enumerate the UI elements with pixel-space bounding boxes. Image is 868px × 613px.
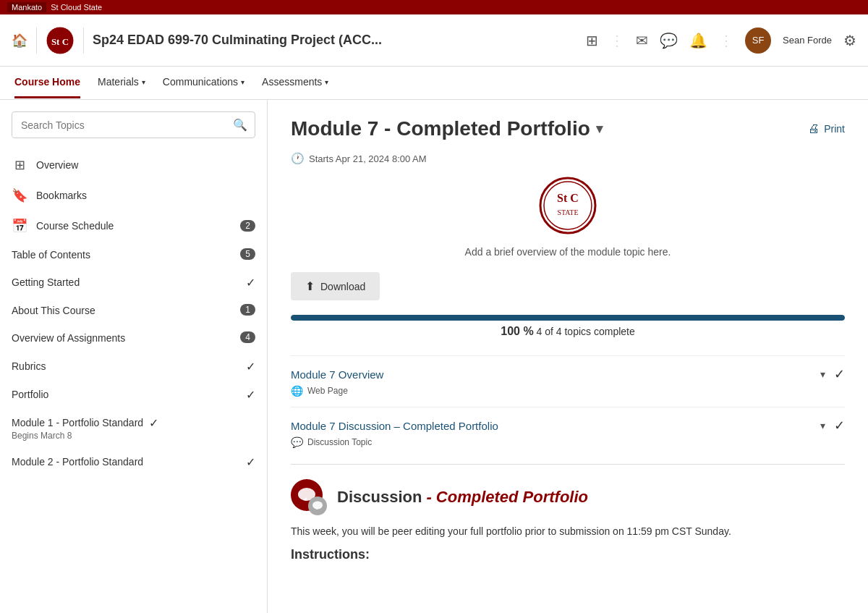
main-header: Module 7 - Completed Portfolio ▾ 🖨 Print bbox=[291, 117, 845, 140]
clock-icon: 🕐 bbox=[291, 152, 305, 165]
banner-school: St Cloud State bbox=[51, 3, 102, 12]
header-dots-1: ⋮ bbox=[610, 32, 624, 49]
topic-title-0[interactable]: Module 7 Overview bbox=[291, 368, 383, 381]
print-icon: 🖨 bbox=[808, 122, 820, 135]
sidebar-label-overview: Overview bbox=[36, 159, 255, 171]
module-desc: Add a brief overview of the module topic… bbox=[291, 246, 845, 258]
title-chevron-icon[interactable]: ▾ bbox=[596, 121, 603, 137]
download-button[interactable]: ⬆ Download bbox=[291, 272, 380, 300]
nav-materials[interactable]: Materials ▾ bbox=[98, 67, 145, 98]
logo-area: St C STATE bbox=[291, 177, 845, 234]
avatar: SF bbox=[745, 28, 771, 54]
svg-text:STATE: STATE bbox=[557, 208, 578, 216]
svg-point-3 bbox=[544, 182, 592, 229]
overview-icon: ⊞ bbox=[12, 157, 27, 173]
topic-title-1[interactable]: Module 7 Discussion – Completed Portfoli… bbox=[291, 420, 498, 432]
search-box[interactable]: 🔍 bbox=[12, 111, 255, 138]
sidebar-item-about-course[interactable]: About This Course 1 bbox=[0, 297, 267, 324]
sidebar-label-toc: Table of Contents bbox=[12, 248, 234, 261]
about-course-badge: 1 bbox=[240, 304, 255, 316]
main-content: Module 7 - Completed Portfolio ▾ 🖨 Print… bbox=[268, 100, 868, 613]
bookmark-icon: 🔖 bbox=[12, 187, 27, 203]
topic-type-label-0: Web Page bbox=[307, 386, 348, 396]
toc-badge: 5 bbox=[240, 248, 255, 260]
start-date: 🕐 Starts Apr 21, 2024 8:00 AM bbox=[291, 152, 845, 165]
topic-check-0: ✓ bbox=[834, 366, 845, 382]
grid-icon[interactable]: ⊞ bbox=[586, 32, 598, 49]
header-title: Sp24 EDAD 699-70 Culminating Project (AC… bbox=[93, 33, 577, 48]
sidebar-item-module1[interactable]: Module 1 - Portfolio Standard Begins Mar… bbox=[0, 409, 267, 448]
header-divider bbox=[36, 28, 37, 54]
search-input[interactable] bbox=[12, 114, 226, 137]
sidebar-label-module2: Module 2 - Portfolio Standard bbox=[12, 455, 240, 468]
banner-tag: Mankato bbox=[7, 2, 46, 12]
settings-icon[interactable]: ⚙ bbox=[843, 32, 856, 49]
bell-icon[interactable]: 🔔 bbox=[689, 32, 707, 49]
sidebar-sub-module1: Begins March 8 bbox=[12, 431, 143, 441]
sidebar-item-rubrics[interactable]: Rubrics ✓ bbox=[0, 352, 267, 381]
topic-item-0: Module 7 Overview ▾ ✓ 🌐 Web Page bbox=[291, 355, 845, 407]
topic-chevron-1[interactable]: ▾ bbox=[820, 420, 825, 431]
header: 🏠 St C Sp24 EDAD 699-70 Culminating Proj… bbox=[0, 14, 868, 67]
user-name: Sean Forde bbox=[783, 35, 832, 46]
mail-icon[interactable]: ✉ bbox=[636, 32, 648, 49]
discussion-icon-wrap bbox=[291, 479, 327, 515]
chat-inner-icon bbox=[312, 501, 323, 511]
portfolio-check: ✓ bbox=[246, 388, 255, 402]
progress-bar-container bbox=[291, 315, 845, 321]
sidebar-item-overview[interactable]: ⊞ Overview bbox=[0, 150, 267, 180]
sidebar: 🔍 ⊞ Overview 🔖 Bookmarks 📅 Course Schedu… bbox=[0, 100, 268, 613]
sidebar-label-module1: Module 1 - Portfolio Standard bbox=[12, 416, 143, 429]
materials-chevron: ▾ bbox=[142, 78, 145, 86]
course-schedule-badge: 2 bbox=[240, 220, 255, 232]
sidebar-item-module2[interactable]: Module 2 - Portfolio Standard ✓ bbox=[0, 448, 267, 476]
progress-pct: 100 % bbox=[501, 325, 533, 337]
nav-course-home[interactable]: Course Home bbox=[14, 67, 80, 98]
progress-topics-text: topics complete bbox=[564, 326, 634, 337]
module-title-wrap: Module 7 - Completed Portfolio ▾ bbox=[291, 117, 603, 140]
discussion-subtitle: - Completed Portfolio bbox=[426, 488, 588, 507]
module1-check: ✓ bbox=[149, 416, 158, 430]
progress-of: of bbox=[545, 326, 556, 337]
topic-controls-0: ▾ ✓ bbox=[820, 366, 845, 382]
sidebar-label-bookmarks: Bookmarks bbox=[36, 190, 255, 201]
start-date-text: Starts Apr 21, 2024 8:00 AM bbox=[309, 153, 427, 164]
overview-assignments-badge: 4 bbox=[240, 331, 255, 343]
sidebar-label-about-course: About This Course bbox=[12, 304, 234, 317]
sidebar-label-course-schedule: Course Schedule bbox=[36, 220, 231, 232]
download-label: Download bbox=[320, 281, 365, 292]
home-icon[interactable]: 🏠 bbox=[12, 33, 27, 48]
sidebar-item-course-schedule[interactable]: 📅 Course Schedule 2 bbox=[0, 211, 267, 241]
header-divider-2 bbox=[83, 28, 84, 54]
print-button[interactable]: 🖨 Print bbox=[808, 122, 845, 135]
sidebar-item-bookmarks[interactable]: 🔖 Bookmarks bbox=[0, 180, 267, 211]
nav-assessments[interactable]: Assessments ▾ bbox=[262, 67, 328, 98]
communications-chevron: ▾ bbox=[241, 78, 244, 86]
layout: 🔍 ⊞ Overview 🔖 Bookmarks 📅 Course Schedu… bbox=[0, 100, 868, 613]
discussion-title-wrap: Discussion - Completed Portfolio bbox=[337, 488, 588, 507]
topic-type-0: 🌐 Web Page bbox=[291, 385, 845, 397]
topic-chevron-0[interactable]: ▾ bbox=[820, 368, 825, 380]
svg-text:St C: St C bbox=[557, 192, 579, 204]
assessments-chevron: ▾ bbox=[325, 78, 328, 86]
download-icon: ⬆ bbox=[305, 279, 315, 293]
sidebar-label-getting-started: Getting Started bbox=[12, 276, 240, 289]
progress-total: 4 bbox=[556, 326, 562, 337]
sidebar-item-getting-started[interactable]: Getting Started ✓ bbox=[0, 269, 267, 297]
nav-communications[interactable]: Communications ▾ bbox=[163, 67, 244, 98]
search-button[interactable]: 🔍 bbox=[226, 112, 255, 138]
discussion-header: Discussion - Completed Portfolio bbox=[291, 479, 845, 515]
progress-completed: 4 bbox=[537, 326, 542, 337]
rubrics-check: ✓ bbox=[246, 360, 255, 373]
sidebar-item-overview-assignments[interactable]: Overview of Assignments 4 bbox=[0, 324, 267, 352]
top-banner: Mankato St Cloud State bbox=[0, 0, 868, 14]
chat-icon[interactable]: 💬 bbox=[660, 32, 678, 49]
sidebar-item-portfolio[interactable]: Portfolio ✓ bbox=[0, 381, 267, 409]
sidebar-item-toc[interactable]: Table of Contents 5 bbox=[0, 241, 267, 269]
topic-type-1: 💬 Discussion Topic bbox=[291, 436, 845, 448]
topic-check-1: ✓ bbox=[834, 418, 845, 434]
discussion-box: Discussion - Completed Portfolio This we… bbox=[291, 464, 845, 562]
sidebar-label-overview-assignments: Overview of Assignments bbox=[12, 331, 234, 344]
svg-text:St C: St C bbox=[51, 36, 69, 47]
progress-text: 100 % 4 of 4 topics complete bbox=[291, 325, 845, 338]
